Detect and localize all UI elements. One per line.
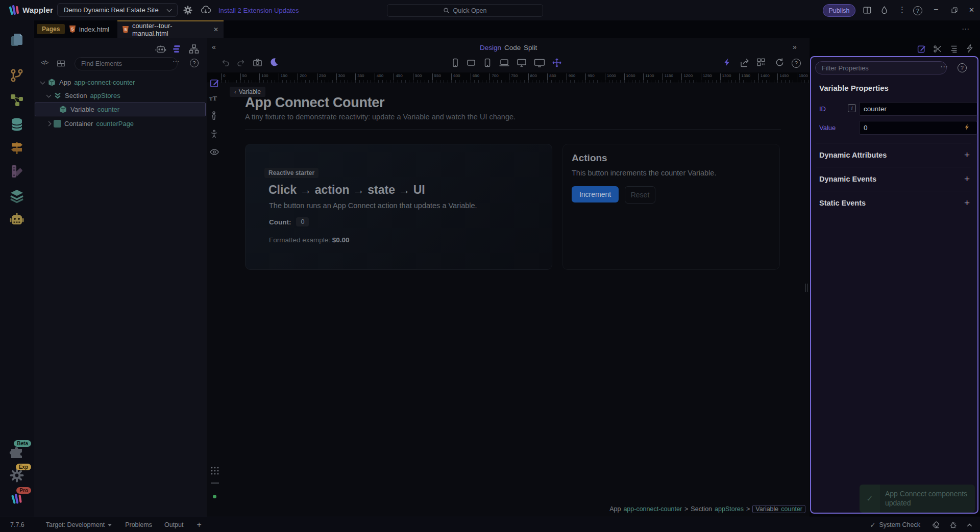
- mode-code[interactable]: Code: [504, 44, 521, 52]
- redo-icon[interactable]: [236, 58, 246, 67]
- window-close-icon[interactable]: ✕: [969, 6, 974, 14]
- reset-button[interactable]: Reset: [625, 186, 655, 204]
- blocks-icon[interactable]: [56, 59, 66, 68]
- mode-design[interactable]: Design: [480, 44, 501, 52]
- theme-droplet-icon[interactable]: [880, 6, 889, 14]
- sidebar-database-icon[interactable]: [9, 116, 25, 133]
- dom-tree-icon[interactable]: [189, 44, 199, 54]
- tree-row-variable-selected[interactable]: Variable counter: [35, 103, 206, 116]
- free-resize-icon[interactable]: [552, 58, 562, 68]
- device-tv-icon[interactable]: [533, 58, 546, 68]
- wappler-pro-icon[interactable]: Pro: [9, 491, 25, 507]
- panel-more-icon[interactable]: ⋯: [940, 62, 948, 71]
- device-desktop-icon[interactable]: [516, 58, 527, 68]
- publish-button[interactable]: Publish: [823, 4, 855, 17]
- sidebar-workflows-icon[interactable]: [9, 92, 25, 108]
- panel-help-icon[interactable]: ?: [958, 63, 967, 72]
- tab-close-icon[interactable]: ✕: [213, 26, 218, 33]
- visibility-eye-icon[interactable]: [209, 147, 219, 157]
- expander-closed-icon[interactable]: [46, 121, 52, 126]
- section-dynamic-events[interactable]: Dynamic Events: [819, 175, 876, 183]
- experimental-gear-icon[interactable]: Exp: [9, 467, 25, 484]
- tree-help-icon[interactable]: ?: [190, 59, 199, 67]
- device-tablet-icon[interactable]: [466, 58, 476, 68]
- dark-mode-moon-icon[interactable]: [269, 57, 279, 67]
- app-connect-bolt-icon[interactable]: [723, 58, 731, 67]
- collapse-left-icon[interactable]: «: [212, 43, 216, 51]
- install-updates-link[interactable]: Install 2 Extension Updates: [218, 7, 299, 14]
- dynamic-value-bolt-icon[interactable]: [964, 123, 970, 131]
- info-icon[interactable]: i: [848, 104, 856, 112]
- grid-guides-icon[interactable]: [210, 466, 219, 475]
- expand-right-icon[interactable]: »: [793, 43, 797, 51]
- breadcrumb-name[interactable]: app-connect-counter: [623, 505, 682, 513]
- components-grid-icon[interactable]: [756, 58, 766, 67]
- kebab-menu-icon[interactable]: ⋮: [898, 5, 906, 14]
- canvas-help-icon[interactable]: ?: [792, 59, 801, 68]
- undo-icon[interactable]: [221, 58, 230, 67]
- add-static-event-icon[interactable]: +: [964, 199, 970, 207]
- extension-update-cloud-icon[interactable]: [200, 5, 211, 16]
- sidebar-styles-icon[interactable]: [9, 163, 25, 180]
- output-button[interactable]: Output: [164, 521, 184, 528]
- window-restore-icon[interactable]: [951, 7, 958, 13]
- debug-bug-icon[interactable]: [949, 521, 958, 529]
- editor-options-icon[interactable]: ⋯: [962, 24, 969, 34]
- find-elements-input[interactable]: [75, 57, 178, 70]
- section-static-events[interactable]: Static Events: [819, 199, 866, 207]
- filter-properties-input[interactable]: [815, 61, 947, 74]
- breadcrumb-name[interactable]: appStores: [715, 505, 744, 513]
- extensions-beta-icon[interactable]: Beta: [9, 444, 25, 460]
- outline-view-icon[interactable]: [173, 44, 182, 54]
- actions-bolt-icon[interactable]: [966, 44, 973, 53]
- ai-assistant-icon[interactable]: [155, 44, 166, 54]
- help-icon[interactable]: ?: [913, 6, 922, 15]
- tree-more-icon[interactable]: ⋯: [173, 57, 180, 65]
- css-styles-icon[interactable]: [949, 44, 959, 54]
- value-input[interactable]: [859, 121, 977, 135]
- breadcrumb-selected-chip[interactable]: Variable counter: [752, 505, 805, 513]
- accessibility-icon[interactable]: [209, 129, 219, 139]
- split-layout-icon[interactable]: [863, 6, 872, 15]
- increment-button[interactable]: Increment: [572, 186, 619, 202]
- ruler-toggle-icon[interactable]: [211, 483, 219, 484]
- pages-panel-badge[interactable]: Pages: [37, 24, 65, 34]
- add-dynamic-attribute-icon[interactable]: +: [964, 151, 970, 159]
- sidebar-assistant-robot-icon[interactable]: [9, 212, 25, 228]
- settings-gear-icon[interactable]: [183, 5, 193, 15]
- system-check[interactable]: ✓ System Check: [870, 521, 921, 529]
- collapse-statusbar-icon[interactable]: [966, 522, 973, 528]
- typography-icon[interactable]: ᴛT: [209, 94, 217, 103]
- add-panel-icon[interactable]: +: [197, 520, 201, 529]
- info-person-icon[interactable]: [209, 111, 218, 121]
- device-laptop-icon[interactable]: [499, 58, 510, 68]
- sidebar-layers-icon[interactable]: [9, 188, 25, 204]
- expander-open-icon[interactable]: [46, 92, 52, 97]
- problems-button[interactable]: Problems: [125, 521, 152, 528]
- breadcrumb-type[interactable]: App: [609, 505, 621, 513]
- edit-properties-icon[interactable]: [917, 44, 926, 54]
- clear-eraser-icon[interactable]: [932, 521, 940, 529]
- edit-mode-pencil-icon[interactable]: [209, 78, 220, 88]
- detach-scissors-icon[interactable]: [933, 44, 942, 54]
- tree-row-section[interactable]: Section appStores: [34, 89, 207, 102]
- target-selector[interactable]: Target: Development: [46, 521, 112, 528]
- tree-row-app[interactable]: App app-connect-counter: [34, 75, 207, 89]
- sidebar-git-icon[interactable]: [9, 67, 25, 84]
- device-mobile-icon[interactable]: [450, 58, 460, 68]
- sidebar-pages-icon[interactable]: [9, 32, 25, 48]
- panel-resize-handle[interactable]: [805, 284, 808, 292]
- section-dynamic-attributes[interactable]: Dynamic Attributes: [819, 151, 887, 159]
- mode-split[interactable]: Split: [524, 44, 537, 52]
- project-selector[interactable]: Demo Dynamic Real Estate Site: [57, 3, 178, 17]
- screenshot-camera-icon[interactable]: [253, 58, 262, 67]
- tree-row-container[interactable]: Container counterPage: [34, 117, 207, 130]
- tab-counter-tour-manual[interactable]: 5 counter--tour-manual.html ✕: [117, 20, 224, 38]
- breadcrumb-type[interactable]: Section: [691, 505, 712, 513]
- quick-open-button[interactable]: Quick Open: [387, 4, 543, 17]
- device-phablet-icon[interactable]: [482, 58, 493, 68]
- expander-open-icon[interactable]: [40, 79, 45, 84]
- code-view-icon[interactable]: </>: [41, 59, 48, 66]
- window-minimize-icon[interactable]: –: [934, 5, 938, 13]
- refresh-icon[interactable]: [775, 58, 785, 67]
